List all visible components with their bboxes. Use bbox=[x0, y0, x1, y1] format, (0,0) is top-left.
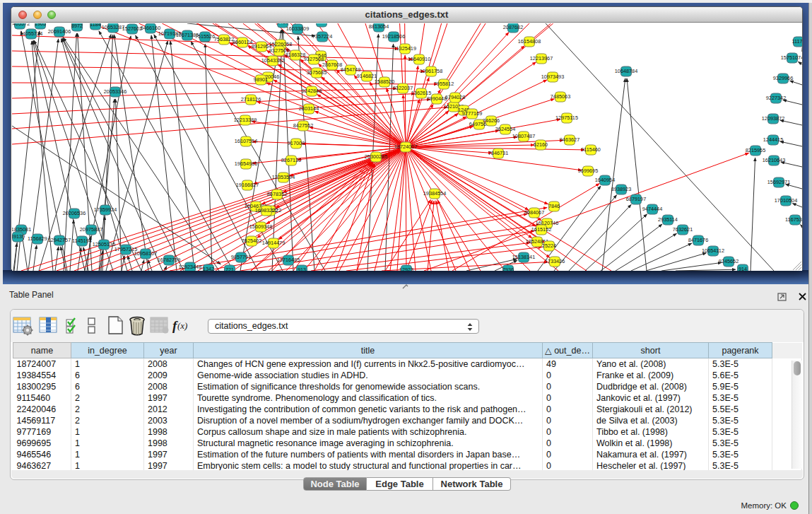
svg-text:(x): (x) bbox=[177, 320, 187, 331]
svg-text:10653287: 10653287 bbox=[102, 24, 124, 30]
svg-text:914: 914 bbox=[739, 266, 747, 271]
svg-text:10654112: 10654112 bbox=[702, 247, 724, 254]
svg-text:8912954: 8912954 bbox=[252, 43, 271, 49]
svg-text:2087682: 2087682 bbox=[503, 24, 523, 30]
svg-text:13716485: 13716485 bbox=[277, 257, 300, 263]
svg-text:6794028: 6794028 bbox=[445, 94, 465, 100]
svg-text:7936: 7936 bbox=[502, 267, 514, 271]
svg-text:16154808: 16154808 bbox=[518, 38, 541, 45]
svg-text:12353594: 12353594 bbox=[272, 174, 295, 180]
svg-text:1167533: 1167533 bbox=[785, 216, 802, 223]
svg-text:8322037: 8322037 bbox=[393, 85, 413, 91]
svg-text:19384554: 19384554 bbox=[423, 190, 446, 197]
svg-text:7632621: 7632621 bbox=[673, 226, 693, 233]
svg-text:62160: 62160 bbox=[534, 141, 548, 148]
svg-text:1905: 1905 bbox=[35, 23, 46, 27]
svg-text:1640954: 1640954 bbox=[595, 177, 615, 183]
svg-text:9327509: 9327509 bbox=[269, 47, 289, 54]
svg-text:9327508: 9327508 bbox=[304, 56, 324, 62]
svg-text:98901: 98901 bbox=[254, 76, 268, 83]
svg-text:7515526: 7515526 bbox=[195, 33, 215, 40]
svg-text:9146821: 9146821 bbox=[357, 73, 377, 79]
svg-text:12505135: 12505135 bbox=[93, 241, 115, 247]
svg-text:721: 721 bbox=[225, 267, 234, 271]
svg-text:913: 913 bbox=[298, 267, 306, 271]
svg-text:2867608: 2867608 bbox=[322, 62, 342, 68]
svg-text:8813054: 8813054 bbox=[369, 23, 389, 30]
svg-text:8215955: 8215955 bbox=[746, 147, 765, 153]
svg-text:1156829: 1156829 bbox=[28, 235, 47, 242]
svg-text:10961758: 10961758 bbox=[420, 68, 442, 74]
svg-text:12093872: 12093872 bbox=[762, 115, 784, 122]
svg-text:16107554: 16107554 bbox=[235, 138, 257, 144]
svg-text:14914479: 14914479 bbox=[262, 240, 285, 246]
svg-text:20691406: 20691406 bbox=[48, 28, 71, 35]
svg-text:1342: 1342 bbox=[203, 266, 214, 271]
svg-text:15751074: 15751074 bbox=[781, 54, 802, 61]
svg-text:17010504: 17010504 bbox=[775, 197, 797, 204]
svg-text:7846731: 7846731 bbox=[488, 150, 508, 156]
svg-text:15609348: 15609348 bbox=[249, 223, 272, 230]
svg-text:8427552: 8427552 bbox=[293, 122, 313, 129]
svg-text:9115460: 9115460 bbox=[581, 146, 601, 153]
svg-text:8267130: 8267130 bbox=[281, 157, 301, 163]
svg-text:8660124: 8660124 bbox=[233, 39, 252, 45]
svg-text:6879197: 6879197 bbox=[626, 196, 646, 202]
svg-text:9699695: 9699695 bbox=[578, 168, 598, 174]
svg-text:17359924: 17359924 bbox=[94, 206, 117, 213]
svg-text:16640910: 16640910 bbox=[408, 56, 430, 62]
svg-text:8454749: 8454749 bbox=[341, 66, 360, 73]
svg-text:12213389: 12213389 bbox=[234, 117, 257, 123]
svg-text:1184: 1184 bbox=[90, 23, 101, 28]
svg-text:19218506: 19218506 bbox=[382, 33, 405, 40]
svg-text:12923: 12923 bbox=[399, 267, 413, 271]
svg-text:9777169: 9777169 bbox=[462, 110, 482, 117]
svg-text:25300285: 25300285 bbox=[365, 153, 387, 160]
svg-text:7485063: 7485063 bbox=[551, 93, 570, 100]
svg-text:18724007: 18724007 bbox=[394, 144, 417, 150]
svg-text:16782759: 16782759 bbox=[158, 257, 180, 263]
svg-text:8678352: 8678352 bbox=[267, 191, 287, 197]
svg-text:8972: 8972 bbox=[71, 23, 83, 29]
svg-text:12213967: 12213967 bbox=[530, 55, 553, 62]
svg-text:15692971: 15692971 bbox=[767, 179, 790, 185]
svg-text:9227342: 9227342 bbox=[766, 95, 786, 101]
svg-text:20053346: 20053346 bbox=[104, 88, 126, 95]
svg-text:16210643: 16210643 bbox=[763, 157, 785, 163]
svg-text:1145194: 1145194 bbox=[72, 238, 92, 244]
svg-text:10973493: 10973493 bbox=[541, 74, 564, 80]
svg-text:1527602: 1527602 bbox=[122, 25, 142, 32]
svg-text:3624554: 3624554 bbox=[495, 126, 515, 132]
svg-text:9242848: 9242848 bbox=[302, 88, 322, 94]
svg-text:20975887: 20975887 bbox=[80, 226, 102, 233]
svg-text:10958107: 10958107 bbox=[134, 250, 157, 257]
svg-text:16033809: 16033809 bbox=[286, 25, 309, 32]
svg-text:746266: 746266 bbox=[483, 117, 500, 124]
svg-text:7955812: 7955812 bbox=[434, 81, 454, 87]
svg-text:9463627: 9463627 bbox=[560, 136, 579, 143]
svg-text:10543382: 10543382 bbox=[261, 57, 284, 64]
svg-text:10807487: 10807487 bbox=[512, 133, 535, 139]
svg-text:20206536: 20206536 bbox=[63, 210, 86, 216]
svg-text:3675685: 3675685 bbox=[307, 69, 326, 76]
svg-text:12923448: 12923448 bbox=[179, 264, 201, 270]
svg-text:8990448: 8990448 bbox=[427, 95, 447, 102]
svg-text:1244415: 1244415 bbox=[763, 136, 783, 143]
svg-text:39139: 39139 bbox=[12, 233, 25, 240]
svg-text:2935114: 2935114 bbox=[658, 216, 678, 223]
svg-text:2347: 2347 bbox=[316, 23, 327, 25]
svg-text:7625402: 7625402 bbox=[242, 238, 261, 244]
svg-text:19654985: 19654985 bbox=[235, 160, 257, 167]
svg-text:10648784: 10648784 bbox=[615, 68, 637, 74]
svg-text:25224: 25224 bbox=[542, 243, 556, 249]
svg-text:2803144: 2803144 bbox=[299, 105, 319, 112]
svg-text:15138141: 15138141 bbox=[512, 254, 535, 260]
svg-text:12942757: 12942757 bbox=[48, 237, 71, 243]
svg-text:7563822: 7563822 bbox=[214, 36, 234, 42]
svg-text:11173: 11173 bbox=[792, 38, 802, 45]
svg-text:8471676: 8471676 bbox=[688, 237, 708, 243]
svg-text:7846: 7846 bbox=[548, 203, 560, 209]
svg-text:2718126: 2718126 bbox=[241, 96, 261, 103]
svg-text:7357224: 7357224 bbox=[312, 33, 332, 40]
svg-text:917008: 917008 bbox=[288, 140, 305, 146]
